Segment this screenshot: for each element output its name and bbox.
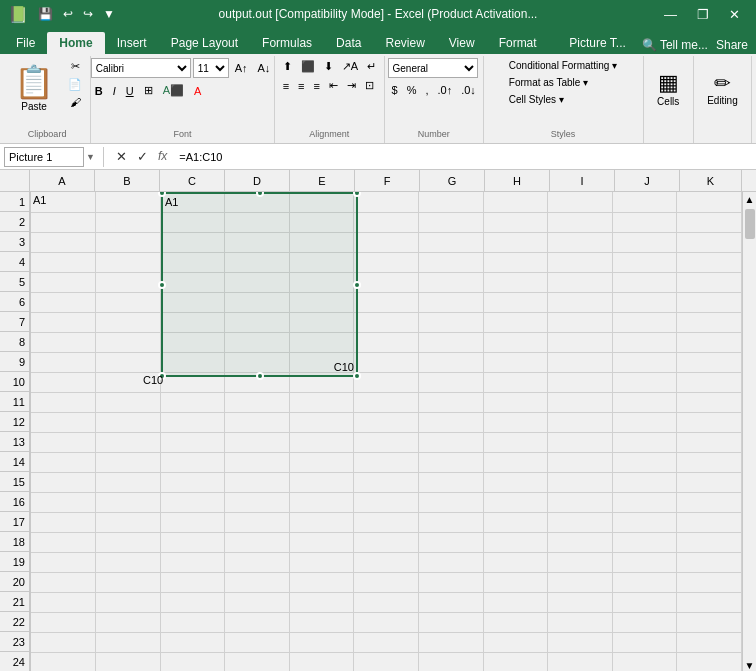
- cell-b14[interactable]: [96, 452, 161, 472]
- cell-j23[interactable]: [612, 632, 677, 652]
- formula-input[interactable]: [175, 147, 752, 167]
- cell-f9[interactable]: [354, 352, 419, 372]
- cell-g20[interactable]: [418, 572, 483, 592]
- cell-b4[interactable]: [96, 252, 161, 272]
- cell-i17[interactable]: [548, 512, 613, 532]
- undo-button[interactable]: ↩: [59, 5, 77, 23]
- minimize-button[interactable]: —: [656, 5, 685, 24]
- cell-c13[interactable]: [160, 432, 225, 452]
- align-middle-button[interactable]: ⬛: [297, 58, 319, 75]
- row-header-17[interactable]: 17: [0, 512, 30, 532]
- cell-e3[interactable]: [289, 232, 354, 252]
- align-bottom-button[interactable]: ⬇: [320, 58, 337, 75]
- cell-h10[interactable]: [483, 372, 548, 392]
- cell-c12[interactable]: [160, 412, 225, 432]
- cell-d23[interactable]: [225, 632, 290, 652]
- cell-d13[interactable]: [225, 432, 290, 452]
- cell-c1[interactable]: [160, 192, 225, 212]
- cell-k8[interactable]: [677, 332, 742, 352]
- cell-d8[interactable]: [225, 332, 290, 352]
- cell-d18[interactable]: [225, 532, 290, 552]
- cell-j2[interactable]: [612, 212, 677, 232]
- formula-cancel-button[interactable]: ✕: [112, 149, 131, 164]
- cell-d21[interactable]: [225, 592, 290, 612]
- cell-i4[interactable]: [548, 252, 613, 272]
- cell-j18[interactable]: [612, 532, 677, 552]
- cell-e19[interactable]: [289, 552, 354, 572]
- cell-a10[interactable]: [31, 372, 96, 392]
- cell-d5[interactable]: [225, 272, 290, 292]
- cell-e18[interactable]: [289, 532, 354, 552]
- cell-g16[interactable]: [418, 492, 483, 512]
- cell-c7[interactable]: [160, 312, 225, 332]
- cell-k14[interactable]: [677, 452, 742, 472]
- cell-e6[interactable]: [289, 292, 354, 312]
- cell-j22[interactable]: [612, 612, 677, 632]
- cell-f7[interactable]: [354, 312, 419, 332]
- format-as-table-button[interactable]: Format as Table ▾: [502, 75, 595, 90]
- cell-d15[interactable]: [225, 472, 290, 492]
- tab-review[interactable]: Review: [373, 32, 436, 54]
- cell-c3[interactable]: [160, 232, 225, 252]
- paste-button[interactable]: 📋 Paste: [7, 58, 61, 116]
- cell-j6[interactable]: [612, 292, 677, 312]
- cell-a16[interactable]: [31, 492, 96, 512]
- maximize-button[interactable]: ❐: [689, 5, 717, 24]
- cell-b13[interactable]: [96, 432, 161, 452]
- cell-k13[interactable]: [677, 432, 742, 452]
- cell-a17[interactable]: [31, 512, 96, 532]
- col-header-i[interactable]: I: [550, 170, 615, 192]
- cell-b2[interactable]: [96, 212, 161, 232]
- quick-access-dropdown[interactable]: ▼: [99, 5, 119, 23]
- cell-j12[interactable]: [612, 412, 677, 432]
- increase-font-button[interactable]: A↑: [231, 60, 252, 76]
- cell-c9[interactable]: [160, 352, 225, 372]
- cell-k23[interactable]: [677, 632, 742, 652]
- cell-i19[interactable]: [548, 552, 613, 572]
- fill-color-button[interactable]: A⬛: [159, 82, 188, 99]
- cell-c15[interactable]: [160, 472, 225, 492]
- row-header-24[interactable]: 24: [0, 652, 30, 671]
- cell-f5[interactable]: [354, 272, 419, 292]
- col-header-j[interactable]: J: [615, 170, 680, 192]
- cell-g10[interactable]: [418, 372, 483, 392]
- cell-d11[interactable]: [225, 392, 290, 412]
- cell-c22[interactable]: [160, 612, 225, 632]
- cell-b6[interactable]: [96, 292, 161, 312]
- align-right-button[interactable]: ≡: [309, 77, 323, 94]
- cell-f1[interactable]: [354, 192, 419, 212]
- wrap-text-button[interactable]: ↵: [363, 58, 380, 75]
- cell-d10[interactable]: [225, 372, 290, 392]
- cell-b15[interactable]: [96, 472, 161, 492]
- row-header-6[interactable]: 6: [0, 292, 30, 312]
- cell-k16[interactable]: [677, 492, 742, 512]
- cell-j16[interactable]: [612, 492, 677, 512]
- tab-home[interactable]: Home: [47, 32, 104, 54]
- col-header-c[interactable]: C: [160, 170, 225, 192]
- cell-h14[interactable]: [483, 452, 548, 472]
- cell-e14[interactable]: [289, 452, 354, 472]
- cell-c17[interactable]: [160, 512, 225, 532]
- cell-h15[interactable]: [483, 472, 548, 492]
- cell-a20[interactable]: [31, 572, 96, 592]
- cell-a13[interactable]: [31, 432, 96, 452]
- cell-a5[interactable]: [31, 272, 96, 292]
- cell-b17[interactable]: [96, 512, 161, 532]
- cell-e1[interactable]: [289, 192, 354, 212]
- comma-button[interactable]: ,: [421, 82, 432, 98]
- cell-a15[interactable]: [31, 472, 96, 492]
- cell-g23[interactable]: [418, 632, 483, 652]
- cell-j13[interactable]: [612, 432, 677, 452]
- cell-h21[interactable]: [483, 592, 548, 612]
- cell-a3[interactable]: [31, 232, 96, 252]
- row-header-21[interactable]: 21: [0, 592, 30, 612]
- cell-e17[interactable]: [289, 512, 354, 532]
- cell-i22[interactable]: [548, 612, 613, 632]
- cell-c21[interactable]: [160, 592, 225, 612]
- cell-c20[interactable]: [160, 572, 225, 592]
- cell-f13[interactable]: [354, 432, 419, 452]
- cell-a6[interactable]: [31, 292, 96, 312]
- cell-styles-button[interactable]: Cell Styles ▾: [502, 92, 571, 107]
- increase-decimal-button[interactable]: .0↑: [433, 82, 456, 98]
- cell-k11[interactable]: [677, 392, 742, 412]
